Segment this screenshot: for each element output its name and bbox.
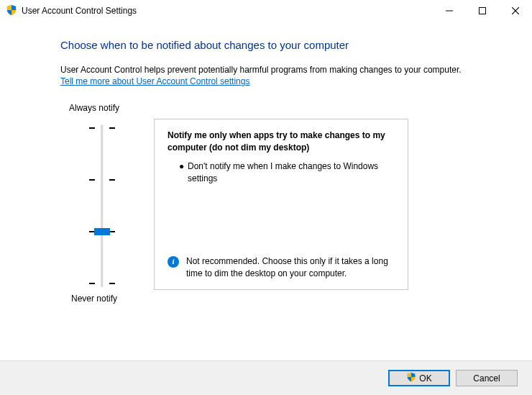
slider-label-never: Never notify (71, 294, 117, 304)
notification-detail-panel: Notify me only when apps try to make cha… (154, 119, 408, 290)
slider-tick (89, 127, 95, 129)
slider-tick (109, 283, 115, 284)
maximize-button[interactable] (466, 0, 499, 22)
title-bar: User Account Control Settings (0, 0, 532, 22)
learn-more-link[interactable]: Tell me more about User Account Control … (60, 76, 249, 86)
shield-icon (6, 4, 17, 18)
content-area: Choose when to be notified about changes… (0, 22, 532, 312)
slider-thumb[interactable] (94, 228, 110, 235)
svg-rect-1 (480, 8, 486, 14)
page-description: User Account Control helps prevent poten… (60, 64, 506, 87)
slider-label-always: Always notify (69, 103, 119, 113)
panel-bullet: ● Don't notify me when I make changes to… (168, 160, 395, 185)
ok-button[interactable]: OK (388, 370, 450, 386)
minimize-button[interactable] (433, 0, 466, 22)
cancel-button[interactable]: Cancel (456, 370, 518, 386)
shield-icon (406, 372, 416, 384)
close-button[interactable] (499, 0, 532, 22)
window-title: User Account Control Settings (22, 6, 137, 16)
info-icon: i (168, 256, 179, 268)
panel-title: Notify me only when apps try to make cha… (168, 130, 395, 153)
bullet-icon: ● (179, 160, 188, 185)
slider-tick (109, 127, 115, 129)
page-heading: Choose when to be notified about changes… (60, 39, 506, 51)
slider-tick (109, 179, 115, 181)
notification-slider[interactable] (88, 120, 116, 291)
panel-warning: i Not recommended. Choose this only if i… (168, 255, 395, 280)
slider-tick (109, 231, 115, 232)
slider-track (101, 124, 104, 287)
slider-area: Always notify Never notify Notify me onl… (60, 103, 506, 312)
slider-tick (89, 283, 95, 284)
slider-tick (89, 179, 95, 181)
window-controls (433, 0, 532, 22)
button-bar: OK Cancel (0, 360, 532, 395)
